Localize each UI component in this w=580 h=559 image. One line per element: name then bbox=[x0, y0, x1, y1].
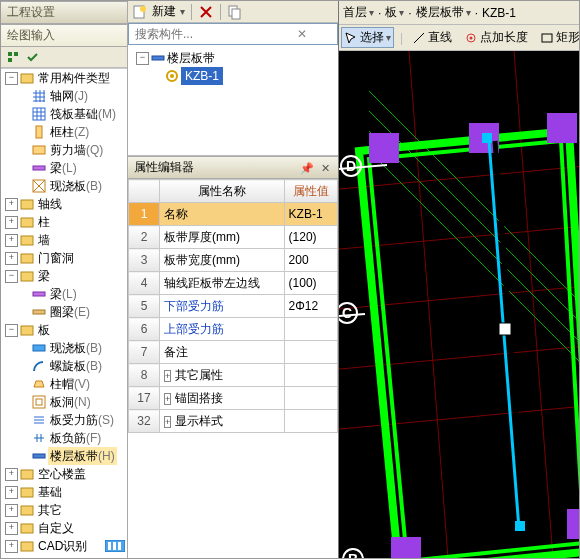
prop-name[interactable]: 下部受力筋 bbox=[160, 295, 285, 318]
objtree-root[interactable]: 楼层板带 bbox=[167, 49, 215, 67]
prop-group[interactable]: + 锚固搭接 bbox=[160, 387, 285, 410]
tree-cat-column[interactable]: 柱 bbox=[36, 213, 52, 231]
tree-toggle[interactable]: + bbox=[5, 540, 18, 553]
tree-toggle[interactable]: − bbox=[5, 324, 18, 337]
drawing-canvas[interactable]: D C B bbox=[339, 51, 579, 558]
prop-name[interactable]: 名称 bbox=[160, 203, 285, 226]
tree-item-axis[interactable]: 轴网(J) bbox=[48, 87, 90, 105]
tree-toggle[interactable]: + bbox=[5, 486, 18, 499]
tree-root-label[interactable]: 常用构件类型 bbox=[36, 69, 112, 87]
search-clear-icon[interactable]: ✕ bbox=[297, 27, 307, 41]
panel-tab-draw[interactable]: 绘图输入 bbox=[1, 24, 127, 47]
new-button[interactable]: 新建 bbox=[152, 3, 176, 20]
new-dropdown-icon[interactable]: ▾ bbox=[180, 6, 185, 17]
tree-toggle[interactable]: + bbox=[5, 522, 18, 535]
expand-icon[interactable]: + bbox=[164, 416, 171, 428]
prop-name[interactable]: 上部受力筋 bbox=[160, 318, 285, 341]
tree-item-slabopen[interactable]: 板洞(N) bbox=[48, 393, 93, 411]
tree-item-spiralslab[interactable]: 螺旋板(B) bbox=[48, 357, 104, 375]
tree-toggle[interactable]: + bbox=[5, 198, 18, 211]
tree-toggle[interactable]: − bbox=[5, 270, 18, 283]
chevron-down-icon[interactable]: ▾ bbox=[399, 7, 404, 18]
crumb-type[interactable]: 楼层板带▾ bbox=[414, 3, 473, 22]
chevron-down-icon[interactable]: ▾ bbox=[386, 32, 391, 43]
prop-group[interactable]: + 显示样式 bbox=[160, 410, 285, 433]
tree-toggle[interactable]: − bbox=[136, 52, 149, 65]
prop-group[interactable]: + 其它属性 bbox=[160, 364, 285, 387]
tree-item-raft[interactable]: 筏板基础(M) bbox=[48, 105, 118, 123]
tree-cat-hollow[interactable]: 空心楼盖 bbox=[36, 465, 88, 483]
crumb-floor[interactable]: 首层▾ bbox=[341, 3, 376, 22]
delete-icon[interactable] bbox=[198, 4, 214, 20]
tree-cat-custom[interactable]: 自定义 bbox=[36, 519, 76, 537]
expand-icon[interactable]: + bbox=[164, 393, 171, 405]
tree-item-beam-l[interactable]: 梁(L) bbox=[48, 285, 79, 303]
prop-value[interactable] bbox=[284, 364, 337, 387]
tree-item-cap[interactable]: 柱帽(V) bbox=[48, 375, 92, 393]
tree-item-slabrebar[interactable]: 板受力筋(S) bbox=[48, 411, 116, 429]
panel-tab-settings[interactable]: 工程设置 bbox=[1, 1, 127, 24]
search-input[interactable] bbox=[133, 26, 297, 42]
tree-cat-foundation[interactable]: 基础 bbox=[36, 483, 64, 501]
tree-cat-slab[interactable]: 板 bbox=[36, 321, 52, 339]
tree-cat-axis[interactable]: 轴线 bbox=[36, 195, 64, 213]
prop-name[interactable]: 板带厚度(mm) bbox=[160, 226, 285, 249]
tree-toggle[interactable]: + bbox=[5, 216, 18, 229]
tree-item-beam[interactable]: 梁(L) bbox=[48, 159, 79, 177]
prop-value[interactable] bbox=[284, 410, 337, 433]
folder-icon bbox=[20, 251, 34, 265]
tree-cat-wall[interactable]: 墙 bbox=[36, 231, 52, 249]
tree-item-castslab2[interactable]: 现浇板(B) bbox=[48, 339, 104, 357]
tool-line[interactable]: 直线 bbox=[409, 27, 455, 48]
chevron-down-icon[interactable]: ▾ bbox=[369, 7, 374, 18]
tree-item-castslab[interactable]: 现浇板(B) bbox=[48, 177, 104, 195]
prop-value[interactable]: KZB-1 bbox=[284, 203, 337, 226]
prop-value[interactable] bbox=[284, 387, 337, 410]
tree-cat-beam[interactable]: 梁 bbox=[36, 267, 52, 285]
prop-name[interactable]: 轴线距板带左边线 bbox=[160, 272, 285, 295]
slabstrip-icon bbox=[32, 449, 46, 463]
tree-cat-other[interactable]: 其它 bbox=[36, 501, 64, 519]
prop-value[interactable]: (120) bbox=[284, 226, 337, 249]
svg-rect-22 bbox=[21, 542, 33, 551]
prop-value[interactable] bbox=[284, 318, 337, 341]
col-name[interactable]: 属性名称 bbox=[160, 180, 285, 203]
copy-icon[interactable] bbox=[227, 4, 243, 20]
prop-value[interactable]: 2Φ12 bbox=[284, 295, 337, 318]
tree-toggle[interactable]: + bbox=[5, 468, 18, 481]
component-tree[interactable]: − 常用构件类型 轴网(J) 筏板基础(M) 框柱(Z) 剪力墙(Q) 梁(L)… bbox=[1, 68, 127, 558]
action-icon-1[interactable] bbox=[5, 49, 21, 65]
tree-cat-cad[interactable]: CAD识别 bbox=[36, 537, 89, 555]
object-tree[interactable]: − 楼层板带 KZB-1 bbox=[128, 45, 338, 156]
pin-icon[interactable]: 📌 bbox=[300, 161, 314, 175]
tool-rect[interactable]: 矩形 bbox=[537, 27, 579, 48]
action-icon-2[interactable] bbox=[25, 49, 41, 65]
expand-icon[interactable]: + bbox=[164, 370, 171, 382]
tree-item-framecol[interactable]: 框柱(Z) bbox=[48, 123, 91, 141]
chevron-down-icon[interactable]: ▾ bbox=[466, 7, 471, 18]
prop-name[interactable]: 备注 bbox=[160, 341, 285, 364]
svg-rect-37 bbox=[542, 34, 552, 42]
tree-cat-opening[interactable]: 门窗洞 bbox=[36, 249, 76, 267]
tree-item-slabstrip[interactable]: 楼层板带(H) bbox=[48, 447, 117, 465]
prop-value[interactable]: 200 bbox=[284, 249, 337, 272]
tree-item-shearwall[interactable]: 剪力墙(Q) bbox=[48, 141, 105, 159]
col-value[interactable]: 属性值 bbox=[284, 180, 337, 203]
tree-item-negrebar[interactable]: 板负筋(F) bbox=[48, 429, 103, 447]
objtree-item-selected[interactable]: KZB-1 bbox=[181, 67, 223, 85]
close-icon[interactable]: ✕ bbox=[318, 161, 332, 175]
prop-value[interactable]: (100) bbox=[284, 272, 337, 295]
crumb-category[interactable]: 板▾ bbox=[383, 3, 406, 22]
tree-toggle[interactable]: + bbox=[5, 252, 18, 265]
tree-item-ringbeam[interactable]: 圈梁(E) bbox=[48, 303, 92, 321]
tree-toggle[interactable]: + bbox=[5, 504, 18, 517]
prop-name[interactable]: 板带宽度(mm) bbox=[160, 249, 285, 272]
crumb-item[interactable]: KZB-1 bbox=[480, 5, 518, 21]
tree-toggle[interactable]: − bbox=[5, 72, 18, 85]
search-box[interactable]: ✕ bbox=[128, 23, 338, 45]
property-grid[interactable]: 属性名称 属性值 1名称KZB-1 2板带厚度(mm)(120) 3板带宽度(m… bbox=[128, 179, 338, 558]
tool-point-length[interactable]: 点加长度 bbox=[461, 27, 531, 48]
tool-select[interactable]: 选择▾ bbox=[341, 27, 394, 48]
tree-toggle[interactable]: + bbox=[5, 234, 18, 247]
prop-value[interactable] bbox=[284, 341, 337, 364]
